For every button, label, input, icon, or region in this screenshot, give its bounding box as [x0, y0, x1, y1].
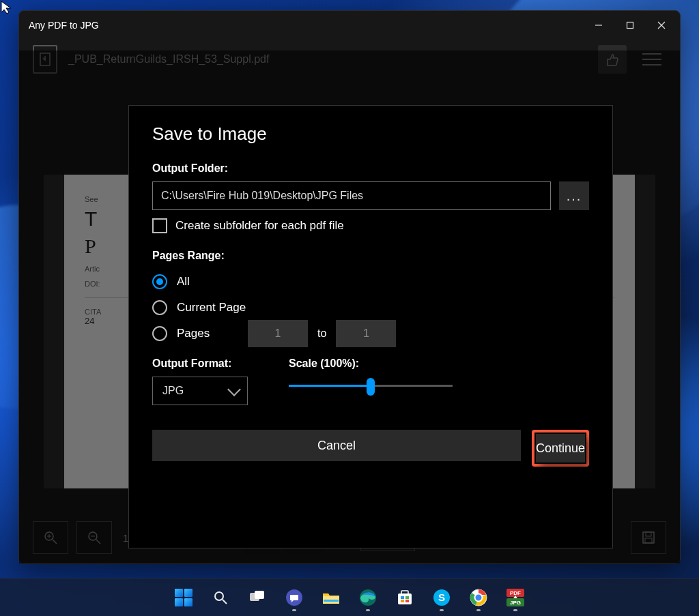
skype-icon[interactable]: S: [427, 583, 456, 612]
slider-thumb[interactable]: [367, 378, 375, 396]
close-button[interactable]: [646, 11, 677, 40]
radio-current-label: Current Page: [177, 301, 246, 314]
pages-to-label: to: [317, 327, 326, 340]
svg-text:JPG: JPG: [510, 600, 521, 606]
window-title: Any PDF to JPG: [29, 20, 583, 31]
search-button[interactable]: [206, 583, 235, 612]
svg-marker-19: [1, 1, 11, 14]
create-subfolder-checkbox[interactable]: [152, 218, 167, 233]
output-format-label: Output Format:: [152, 357, 248, 370]
pages-from-input[interactable]: 1: [248, 320, 308, 347]
svg-rect-31: [405, 596, 409, 599]
continue-button-highlight: Continue: [532, 430, 589, 467]
radio-all[interactable]: [152, 274, 167, 289]
file-explorer-icon[interactable]: [317, 583, 345, 612]
chat-app-icon[interactable]: [280, 583, 309, 612]
svg-rect-33: [405, 600, 409, 602]
svg-point-20: [215, 592, 223, 600]
mouse-cursor: [0, 0, 15, 15]
edge-browser-icon[interactable]: [354, 583, 382, 612]
svg-text:S: S: [438, 591, 445, 603]
svg-rect-23: [255, 591, 264, 599]
chrome-icon[interactable]: [464, 583, 493, 612]
pdf-to-jpg-app-icon[interactable]: PDFJPG: [501, 583, 530, 612]
radio-all-label: All: [177, 275, 190, 289]
browse-folder-button[interactable]: ...: [559, 181, 589, 210]
pages-to-input[interactable]: 1: [336, 320, 396, 347]
maximize-button[interactable]: [614, 11, 646, 40]
dialog-title: Save to Image: [152, 123, 589, 145]
svg-rect-30: [401, 596, 404, 599]
cancel-button[interactable]: Cancel: [152, 430, 521, 461]
scale-slider[interactable]: [289, 385, 453, 387]
task-view-button[interactable]: [243, 583, 272, 612]
svg-rect-1: [627, 23, 633, 29]
continue-button[interactable]: Continue: [536, 434, 585, 463]
output-folder-input[interactable]: C:\Users\Fire Hub 019\Desktop\JPG Files: [152, 181, 551, 210]
pages-range-label: Pages Range:: [152, 250, 589, 262]
radio-pages-label: Pages: [177, 327, 238, 340]
taskbar: S PDFJPG: [0, 578, 699, 616]
start-button[interactable]: [169, 583, 198, 612]
radio-current-page[interactable]: [152, 300, 167, 315]
save-to-image-dialog: Save to Image Output Folder: C:\Users\Fi…: [128, 105, 613, 548]
svg-rect-32: [401, 600, 404, 602]
titlebar: Any PDF to JPG: [19, 11, 680, 40]
output-folder-label: Output Folder:: [152, 162, 589, 175]
app-window: Any PDF to JPG _PUB_ReturnGuilds_IRSH_53…: [18, 10, 681, 564]
radio-pages[interactable]: [152, 326, 167, 341]
output-format-select[interactable]: JPG: [152, 377, 248, 405]
svg-rect-29: [401, 591, 408, 594]
create-subfolder-label: Create subfolder for each pdf file: [175, 219, 344, 233]
svg-rect-26: [324, 600, 339, 602]
svg-text:PDF: PDF: [510, 590, 521, 596]
microsoft-store-icon[interactable]: [390, 583, 419, 612]
minimize-button[interactable]: [583, 11, 614, 40]
scale-label: Scale (100%):: [289, 357, 453, 370]
chevron-down-icon: [227, 383, 241, 396]
svg-rect-28: [398, 593, 412, 604]
svg-line-21: [223, 600, 227, 604]
